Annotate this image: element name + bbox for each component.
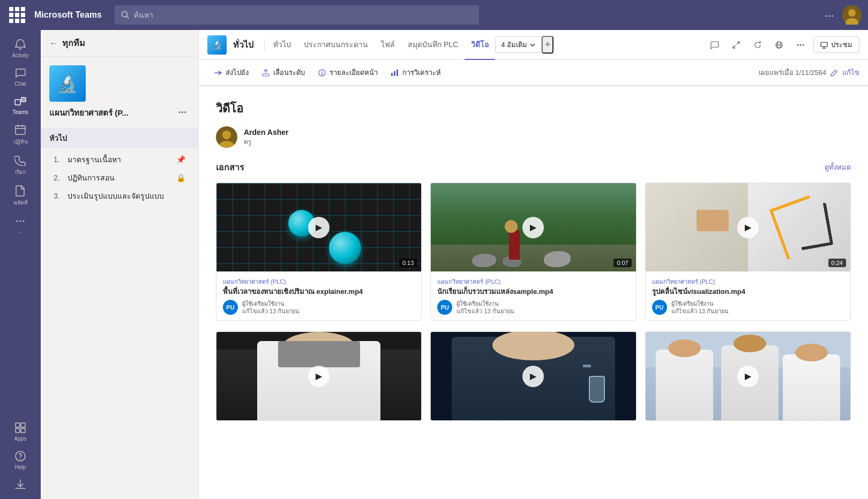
sidebar-item-calendar[interactable]: ปฏิทิน <box>2 119 39 150</box>
present-button[interactable]: ประชม <box>813 36 859 53</box>
user-badge-1: PU <box>223 300 238 315</box>
expand-icon-button[interactable] <box>728 36 745 54</box>
page-title: วิดีโอ <box>216 99 851 118</box>
teams-icon <box>14 95 26 107</box>
sidebar-item-calls[interactable]: เรียก <box>2 150 39 180</box>
sub-channel-3[interactable]: 3. ประเมินรูปแบบและจัดรูปแบบ <box>49 187 190 205</box>
tab-video[interactable]: วิดีโอ <box>465 30 495 60</box>
back-button[interactable]: ← <box>49 39 58 48</box>
see-all-link[interactable]: ดูทั้งหมด <box>825 162 851 173</box>
video-channel-1: แผนกวิทยาศาสตร์ (PLC) <box>223 277 415 286</box>
edit-icon <box>830 69 838 77</box>
sidebar-item-teams[interactable]: Teams <box>2 91 39 119</box>
svg-point-23 <box>803 44 804 46</box>
team-name-row: แผนกวิทยาศาสตร์ (P... ··· <box>41 106 198 126</box>
play-button-6[interactable]: ▶ <box>737 366 759 387</box>
sidebar-item-download[interactable] <box>2 474 39 495</box>
send-icon <box>214 69 222 77</box>
lock-icon: 🔒 <box>176 173 185 182</box>
screen-share-icon <box>820 41 828 49</box>
expand-icon <box>732 41 740 49</box>
search-input[interactable] <box>134 11 473 19</box>
sub-channel-2[interactable]: 2. ปฏิทินการสอน 🔒 <box>49 169 190 187</box>
sidebar-item-apps[interactable]: Apps <box>2 418 39 446</box>
video-card-1[interactable]: ▶ 0:13 แผนกวิทยาศาสตร์ (PLC) พื้นที่เวลา… <box>216 183 422 321</box>
video-card-4[interactable]: ▶ <box>216 331 422 421</box>
grid-menu-button[interactable] <box>6 4 28 26</box>
pin-icon: 📌 <box>176 155 185 164</box>
search-icon <box>121 11 130 19</box>
tab-files[interactable]: ไฟล์ <box>375 30 401 60</box>
video-meta-1: PU ผู้ใช้เตรียมใช้งาน แก้ไขแล้ว 13 กันยา… <box>223 300 415 315</box>
play-button-1[interactable]: ▶ <box>308 217 330 238</box>
details-button[interactable]: รายละเอียดหน้า <box>311 60 384 86</box>
chat-label: Chat <box>14 81 26 87</box>
more-options-button[interactable]: ··· <box>825 9 834 21</box>
svg-point-10 <box>20 221 21 222</box>
globe-icon-button[interactable] <box>770 36 788 54</box>
sub-channel-3-name: ประเมินรูปแบบและจัดรูปแบบ <box>68 190 164 202</box>
video-card-2[interactable]: ▶ 0:07 แผนกวิทยาศาสตร์ (PLC) นักเรียนเก็… <box>430 183 636 321</box>
svg-point-30 <box>321 71 323 72</box>
video-info-3: แผนกวิทยาศาสตร์ (PLC) รูปคลื่นไซน์visual… <box>646 271 850 320</box>
channel-item-overview[interactable]: หัวไป <box>41 128 198 148</box>
play-button-5[interactable]: ▶ <box>522 366 544 387</box>
video-thumb-2: ▶ 0:07 <box>431 183 635 271</box>
more-options-tab-button[interactable] <box>792 36 809 54</box>
video-channel-3: แผนกวิทยาศาสตร์ (PLC) <box>652 277 844 286</box>
user-avatar[interactable] <box>842 5 862 25</box>
tab-notebook[interactable]: สมุดบันทึก PLC <box>401 30 465 60</box>
teams-panel-header: ← ทุกทีม <box>41 30 198 57</box>
sub-channel-1[interactable]: 1. มาตรฐานเนื้อหา 📌 <box>49 150 190 169</box>
calendar-label: ปฏิทิน <box>13 138 28 146</box>
video-card-5[interactable]: ▶ <box>430 331 636 421</box>
section-header: เอกสาร ดูทั้งหมด <box>216 161 851 174</box>
play-button-2[interactable]: ▶ <box>522 217 544 238</box>
months-dropdown[interactable]: 4 อัมเดิม <box>495 36 542 53</box>
icon-sidebar: Activity Chat Teams ปฏิทิน <box>0 30 41 499</box>
svg-rect-33 <box>396 70 398 76</box>
chevron-down-icon <box>529 42 536 48</box>
video-card-6[interactable]: ▶ <box>645 331 851 421</box>
play-button-4[interactable]: ▶ <box>308 366 330 387</box>
conversation-icon-button[interactable] <box>706 36 723 54</box>
teams-label: Teams <box>12 109 28 115</box>
more-label: ··· <box>18 229 23 235</box>
more-icon <box>14 215 26 227</box>
search-bar[interactable] <box>115 5 479 25</box>
sub-channels: 1. มาตรฐานเนื้อหา 📌 2. ปฏิทินการสอน 🔒 3.… <box>41 148 198 207</box>
sidebar-item-more[interactable]: ··· <box>2 211 39 239</box>
svg-point-21 <box>797 44 799 46</box>
refresh-icon-button[interactable] <box>749 36 766 54</box>
edit-link[interactable]: แก้ไข <box>842 67 859 78</box>
sidebar-item-help[interactable]: Help <box>2 446 39 474</box>
video-card-3[interactable]: ▶ 0:24 แผนกวิทยาศาสตร์ (PLC) รูปคลื่นไซน… <box>645 183 851 321</box>
sidebar-item-files[interactable]: พลัดที่ <box>2 180 39 211</box>
svg-point-35 <box>222 131 231 139</box>
video-name-2: นักเรียนเก็บรวบรวมแหล่งsample.mp4 <box>437 288 629 297</box>
tab-overview[interactable]: ทั่วไป <box>267 30 297 60</box>
play-button-3[interactable]: ▶ <box>737 217 759 238</box>
team-options-button[interactable]: ··· <box>175 106 190 119</box>
author-info: Arden Asher ครู <box>244 128 289 147</box>
tab-posts[interactable]: ประกาศบนกระดาน <box>297 30 375 60</box>
svg-rect-6 <box>21 97 26 102</box>
team-avatar: 🔬 <box>49 65 86 102</box>
promote-button[interactable]: เลื่อนระดับ <box>255 60 311 86</box>
app-title: Microsoft Teams <box>34 10 102 20</box>
secondary-toolbar: ส่งไปยัง เลื่อนระดับ รายละเอียดหน้า <box>199 60 868 86</box>
sidebar-item-chat[interactable]: Chat <box>2 63 39 91</box>
video-thumb-6: ▶ <box>646 332 850 420</box>
details-icon <box>318 69 326 77</box>
video-name-3: รูปคลื่นไซน์visualization.mp4 <box>652 288 844 297</box>
teams-panel: ← ทุกทีม 🔬 แผนกวิทยาศาสตร์ (P... ··· หัว… <box>41 30 199 499</box>
analytics-button[interactable]: การวิเคราะห์ <box>384 60 447 86</box>
section-title: เอกสาร <box>216 161 244 174</box>
add-tab-button[interactable]: + <box>542 36 554 54</box>
top-bar-right: ··· <box>825 5 862 25</box>
content-body: วิดีโอ Arden Asher ครู เอกสาร <box>199 86 868 499</box>
video-thumb-4: ▶ <box>216 332 421 420</box>
top-bar: Microsoft Teams ··· <box>0 0 868 30</box>
send-to-button[interactable]: ส่งไปยัง <box>207 60 255 86</box>
sidebar-item-activity[interactable]: Activity <box>2 34 39 63</box>
